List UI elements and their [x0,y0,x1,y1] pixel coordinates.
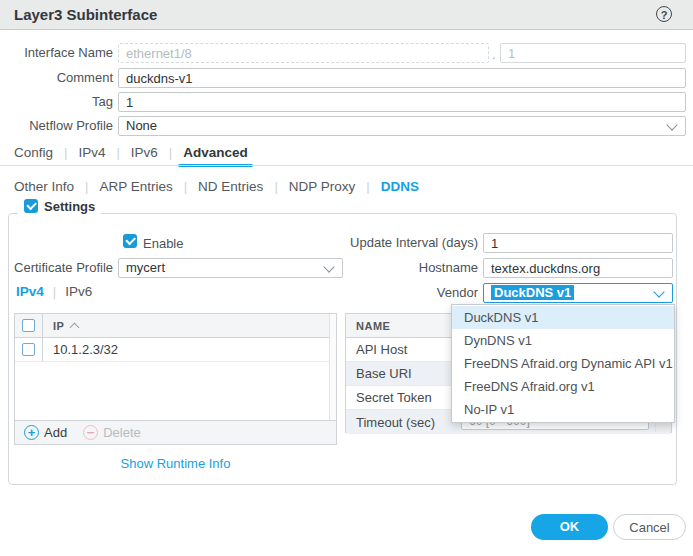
tab-ipv4[interactable]: IPv4 [78,145,105,160]
vendor-option-noip[interactable]: No-IP v1 [452,398,674,421]
ok-button[interactable]: OK [531,514,608,540]
add-button[interactable]: Add [24,425,67,440]
delete-label: Delete [103,425,141,440]
certificate-profile-select[interactable]: mycert [118,258,343,278]
row-checkbox-cell [15,338,43,361]
ip-table: IP 10.1.2.3/32 Add Delete [14,313,337,445]
tab-separator [85,179,88,194]
vendor-label: Vendor [380,283,478,303]
vendor-select[interactable]: DuckDNS v1 [483,283,673,303]
update-interval-input[interactable] [483,233,673,253]
enable-label: Enable [143,234,183,254]
select-all-cell [15,314,43,337]
subinterface-number-input[interactable] [500,43,686,63]
layer3-subinterface-dialog: Layer3 Subinterface ? Interface Name . C… [0,0,693,556]
tag-input[interactable] [118,92,686,112]
delete-button[interactable]: Delete [83,425,141,440]
chevron-down-icon [653,286,664,297]
netflow-profile-select[interactable]: None [118,116,686,136]
delete-icon [83,425,98,440]
netflow-profile-label: Netflow Profile [0,116,113,136]
ip-table-footer: Add Delete [15,420,336,444]
netflow-profile-value: None [126,118,157,133]
select-all-checkbox[interactable] [22,319,35,332]
tab-separator [366,179,369,194]
main-tabs: Config IPv4 IPv6 Advanced [14,145,248,160]
subtab-arp-entries[interactable]: ARP Entries [99,179,172,194]
update-interval-label: Update Interval (days) [320,233,478,253]
add-label: Add [44,425,67,440]
vendor-dropdown-menu: DuckDNS v1 DynDNS v1 FreeDNS Afraid.org … [451,304,675,423]
tab-separator [184,179,187,194]
tab-separator [169,145,172,160]
vendor-option-freedns-dynamic-api[interactable]: FreeDNS Afraid.org Dynamic API v1 [452,352,674,375]
hostname-input[interactable] [483,258,673,278]
comment-input[interactable] [118,68,686,88]
settings-legend: Settings [18,198,101,214]
advanced-subtabs: Other Info ARP Entries ND Entries NDP Pr… [14,179,419,194]
vendor-option-freedns[interactable]: FreeDNS Afraid.org v1 [452,375,674,398]
hostname-label: Hostname [380,258,478,278]
tab-config[interactable]: Config [14,145,53,160]
ip-table-scrollbar-gutter[interactable] [329,314,336,421]
tab-ddns-ipv4[interactable]: IPv4 [16,284,44,299]
tab-advanced[interactable]: Advanced [183,145,248,160]
help-icon[interactable]: ? [656,6,672,22]
dialog-title: Layer3 Subinterface [14,0,157,29]
show-runtime-info-link[interactable]: Show Runtime Info [14,456,337,471]
tag-label: Tag [0,92,113,112]
certificate-profile-label: Certificate Profile [0,258,113,278]
interface-name-label: Interface Name [0,43,113,63]
ip-table-header: IP [15,314,336,338]
subtab-ddns[interactable]: DDNS [381,179,419,194]
ip-value: 10.1.2.3/32 [53,342,118,357]
subtab-other-info[interactable]: Other Info [14,179,74,194]
cancel-button[interactable]: Cancel [613,514,686,540]
tab-ipv6[interactable]: IPv6 [131,145,158,160]
add-icon [24,425,39,440]
sort-ascending-icon[interactable] [70,322,80,332]
vendor-option-duckdns[interactable]: DuckDNS v1 [452,306,674,329]
interface-name-input[interactable] [118,43,489,63]
tab-ddns-ipv6[interactable]: IPv6 [65,284,92,299]
certificate-profile-value: mycert [126,260,165,275]
tab-separator [116,145,119,160]
name-column-header[interactable]: NAME [356,320,390,332]
tab-separator [274,179,277,194]
vendor-value: DuckDNS v1 [491,285,574,300]
settings-legend-label: Settings [44,199,95,214]
chevron-down-icon [666,119,677,130]
comment-label: Comment [0,68,113,88]
ip-table-row[interactable]: 10.1.2.3/32 [15,338,336,362]
subtab-nd-entries[interactable]: ND Entries [198,179,263,194]
tab-separator [64,145,67,160]
vendor-option-dyndns[interactable]: DynDNS v1 [452,329,674,352]
tabs-divider [0,165,693,166]
enable-checkbox[interactable] [123,234,137,248]
settings-checkbox[interactable] [24,199,38,213]
dialog-titlebar: Layer3 Subinterface ? [0,0,693,30]
interface-name-separator: . [492,47,496,62]
chevron-down-icon [323,261,334,272]
ip-column-header[interactable]: IP [53,320,64,332]
subtab-ndp-proxy[interactable]: NDP Proxy [289,179,356,194]
row-checkbox[interactable] [22,343,35,356]
tab-separator [53,284,56,299]
ip-version-tabs: IPv4 IPv6 [16,284,92,299]
